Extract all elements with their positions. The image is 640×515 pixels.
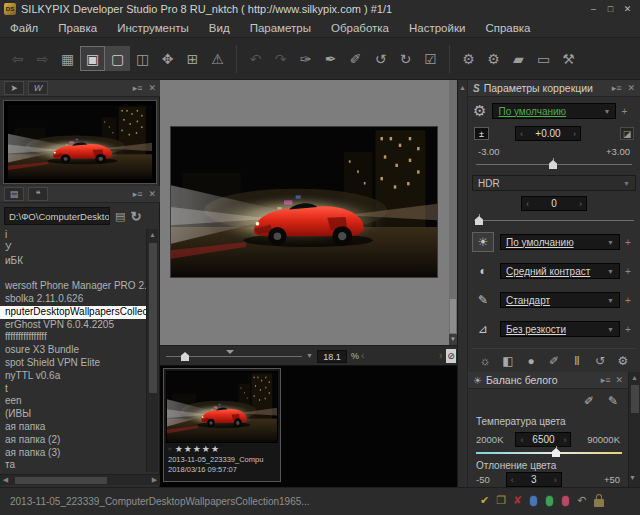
dodge-icon[interactable]: ◪	[620, 127, 634, 140]
refresh-button[interactable]: ↻	[130, 209, 141, 224]
add-preset-icon[interactable]: +	[625, 266, 631, 277]
panel-menu-icon[interactable]: ▸≡	[133, 189, 143, 199]
panel-menu-icon[interactable]: ▸≡	[612, 83, 622, 93]
zoom-dropdown-icon[interactable]: ▼	[306, 352, 313, 359]
auto-exposure-tool-button[interactable]: ✑	[293, 46, 318, 71]
temperature-spinner[interactable]: ‹ 6500 ›	[515, 432, 571, 447]
reset-tool-icon[interactable]: ↺	[589, 354, 611, 368]
panel-close-icon[interactable]: ✕	[148, 83, 156, 93]
thumbnail-card[interactable]: ○★★★★★ 2013-11-05_223339_Compu 2018/03/1…	[163, 368, 281, 482]
scroll-left-icon[interactable]: ◀	[0, 476, 11, 484]
preset-dropdown[interactable]: Без резкости▼	[500, 321, 620, 337]
tree-item[interactable]: ая папка (2)	[5, 434, 146, 447]
redo-button[interactable]: ↷	[268, 46, 293, 71]
zoom-value[interactable]: 18.1	[317, 350, 347, 363]
decrease-icon[interactable]: ‹	[526, 199, 529, 209]
scroll-right-icon[interactable]: ▶	[149, 476, 160, 484]
zoom-slider-thumb[interactable]	[181, 352, 189, 361]
menu-item-Справка[interactable]: Справка	[475, 18, 540, 38]
menu-item-Правка[interactable]: Правка	[48, 18, 107, 38]
delete-x-icon[interactable]: ✘	[513, 494, 522, 507]
increase-icon[interactable]: ›	[573, 129, 576, 139]
gear-settings-tool-icon[interactable]: ⚙	[612, 354, 634, 368]
hdr-slider-track[interactable]	[474, 220, 634, 221]
add-preset-icon[interactable]: +	[625, 324, 631, 335]
tree-item[interactable]: sbolka 2.11.0.626	[5, 293, 146, 306]
scroll-up-icon[interactable]: ▲	[147, 229, 158, 240]
save-settings-button[interactable]: ⚙	[456, 46, 481, 71]
preview-view-button[interactable]: ▢	[105, 46, 130, 71]
star-icon[interactable]: ★	[193, 444, 201, 454]
tree-item[interactable]: nputerDesktopWallpapersCollection196	[0, 306, 146, 319]
marker-green-icon[interactable]	[545, 495, 554, 507]
minimize-button[interactable]: –	[587, 2, 600, 16]
navigator-tab[interactable]: ➤	[4, 81, 24, 95]
rotate-right-button[interactable]: ↻	[393, 46, 418, 71]
apply-settings-button[interactable]: ⚙	[481, 46, 506, 71]
menu-item-Инструменты[interactable]: Инструменты	[107, 18, 199, 38]
close-button[interactable]: ✕	[621, 2, 634, 16]
scrollbar-thumb[interactable]	[631, 385, 639, 413]
temperature-slider-track[interactable]	[476, 452, 622, 454]
zoom-increase-icon[interactable]: ›	[439, 350, 442, 361]
deviation-spinner[interactable]: ‹ 3 ›	[506, 472, 562, 487]
decrease-icon[interactable]: ‹	[520, 435, 523, 445]
page-redo-button[interactable]: ⇨	[30, 46, 55, 71]
exposure-bias-icon[interactable]: ±	[474, 127, 489, 140]
preview-vertical-scrollbar[interactable]: ▼	[449, 80, 457, 345]
utility-tools-button[interactable]: ⚒	[556, 46, 581, 71]
panel-close-icon[interactable]: ✕	[148, 189, 156, 199]
preset-dropdown[interactable]: Средний контраст▼	[500, 263, 620, 279]
tree-item[interactable]: i	[5, 229, 146, 242]
hdr-dropdown[interactable]: HDR ▼	[472, 175, 636, 191]
sharpness-button[interactable]: ⊿	[472, 319, 494, 339]
tone-curve-tool-icon[interactable]: ◧	[497, 354, 519, 368]
tree-item[interactable]: spot Shield VPN Elite	[5, 357, 146, 370]
tree-horizontal-scrollbar[interactable]: ◀ ▶	[0, 474, 160, 485]
marker-off-icon[interactable]: ⊘	[446, 349, 456, 363]
tree-item[interactable]: een	[5, 395, 146, 408]
comments-tab[interactable]: ❝	[28, 187, 48, 201]
lens-tool-icon[interactable]: ●	[520, 354, 542, 368]
decrease-icon[interactable]: ‹	[520, 129, 523, 139]
zoom-decrease-icon[interactable]: ‹	[361, 350, 364, 361]
tree-item[interactable]: ffffffffffffffff	[5, 331, 146, 344]
hdr-slider-thumb[interactable]	[475, 216, 483, 225]
increase-icon[interactable]: ›	[579, 199, 582, 209]
tree-item[interactable]: nyTTL v0.6a	[5, 370, 146, 383]
tree-item[interactable]: osure X3 Bundle	[5, 344, 146, 357]
scroll-up-icon[interactable]: ▲	[629, 372, 640, 383]
preset-dropdown[interactable]: Стандарт▼	[500, 292, 620, 308]
star-icon[interactable]: ★	[202, 444, 210, 454]
tree-item[interactable]: У	[5, 242, 146, 255]
color-button[interactable]: ✎	[472, 290, 494, 310]
rating-dot-icon[interactable]: ○	[168, 446, 172, 452]
taste-dropdown[interactable]: По умолчанию ▼	[492, 103, 616, 119]
star-rating[interactable]: ○★★★★★	[166, 443, 278, 455]
main-image[interactable]	[170, 126, 438, 278]
undo-button[interactable]: ↶	[243, 46, 268, 71]
decrease-icon[interactable]: ‹	[511, 475, 514, 485]
slope-tool-icon[interactable]: ✐	[543, 354, 565, 368]
wb-brush-2-icon[interactable]: ✎	[608, 394, 618, 408]
tree-item[interactable]: та	[5, 459, 146, 472]
menu-item-Файл[interactable]: Файл	[0, 18, 48, 38]
copy-settings-icon[interactable]: ❐	[496, 494, 506, 507]
marker-blue-icon[interactable]	[529, 495, 538, 507]
folder-tree-tab[interactable]: ▤	[4, 187, 24, 201]
scroll-down-icon[interactable]: ▼	[449, 334, 457, 345]
contrast-button[interactable]: ◐	[472, 261, 494, 281]
undo-mark-icon[interactable]: ↶	[577, 494, 586, 507]
page-undo-button[interactable]: ⇦	[5, 46, 30, 71]
increase-icon[interactable]: ›	[563, 435, 566, 445]
fine-tune-tool-icon[interactable]: ☼	[474, 354, 496, 368]
tree-item[interactable]: wersoft Phone Manager PRO 2.7.9	[5, 280, 146, 293]
star-icon[interactable]: ★	[184, 444, 192, 454]
add-preset-icon[interactable]: +	[625, 237, 631, 248]
select-checkbox-button[interactable]: ☑	[418, 46, 443, 71]
menu-item-Настройки[interactable]: Настройки	[399, 18, 475, 38]
scrollbar-thumb[interactable]	[450, 299, 456, 333]
navigator-preview[interactable]	[3, 100, 157, 184]
hdr-spinner[interactable]: ‹ 0 ›	[521, 196, 587, 211]
panel-menu-icon[interactable]: ▸≡	[601, 375, 611, 385]
